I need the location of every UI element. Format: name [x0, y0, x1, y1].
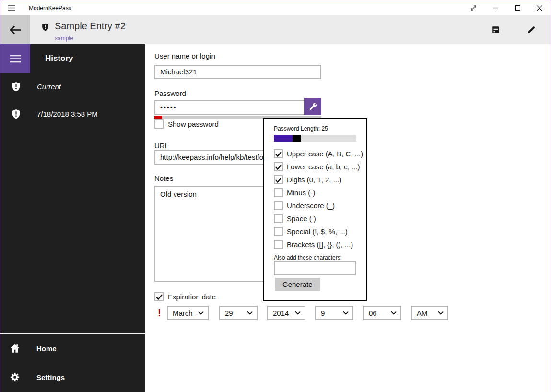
- chevron-down-icon: [438, 311, 444, 315]
- gear-icon: [10, 372, 20, 382]
- history-item-current[interactable]: Current: [0, 73, 145, 100]
- checkbox[interactable]: [274, 162, 283, 171]
- password-generator-flyout: Password Length: 25 Upper case (A, B, C,…: [263, 118, 367, 301]
- sidebar-hamburger-button[interactable]: [0, 44, 30, 73]
- ampm-dropdown[interactable]: AM: [411, 306, 448, 320]
- month-dropdown[interactable]: March: [167, 306, 209, 320]
- password-input[interactable]: •••••: [154, 100, 321, 115]
- maximize-button[interactable]: [506, 0, 528, 15]
- sidebar-item-label: Home: [36, 344, 57, 353]
- option-underscore[interactable]: Underscore (_): [274, 201, 335, 210]
- password-length-label: Password Length: 25: [274, 125, 328, 132]
- window-title: ModernKeePass: [29, 5, 71, 12]
- home-icon: [10, 343, 20, 354]
- sidebar-item-label: Settings: [36, 373, 65, 381]
- entry-group-link[interactable]: sample: [55, 35, 126, 42]
- resize-diagonal-icon: [470, 4, 477, 12]
- show-password-row: Show password: [154, 119, 219, 129]
- checkbox[interactable]: [274, 149, 283, 158]
- pencil-icon: [527, 25, 536, 34]
- url-label: URL: [154, 142, 169, 150]
- username-input[interactable]: Michael321: [154, 65, 321, 79]
- option-label: Minus (-): [287, 189, 315, 197]
- save-icon: [492, 25, 500, 34]
- hour-dropdown[interactable]: 9: [315, 306, 353, 320]
- checkbox[interactable]: [274, 188, 283, 197]
- option-special[interactable]: Special (!, $, %, ...): [274, 227, 348, 236]
- month-value: March: [173, 309, 195, 317]
- expiration-label: Expiration date: [168, 293, 216, 301]
- option-label: Digits (0, 1, 2, ...): [287, 176, 341, 184]
- sidebar-footer: Home Settings: [0, 333, 145, 392]
- password-length-slider[interactable]: [274, 135, 356, 142]
- expiration-checkbox[interactable]: [154, 292, 164, 301]
- sidebar-item-settings[interactable]: Settings: [0, 363, 145, 392]
- checkbox[interactable]: [274, 175, 283, 184]
- checkbox[interactable]: [274, 214, 283, 223]
- checkbox[interactable]: [274, 227, 283, 236]
- entry-header: Sample Entry #2 sample: [0, 15, 551, 44]
- generate-password-button[interactable]: [304, 98, 321, 115]
- password-label: Password: [154, 89, 186, 97]
- also-add-label: Also add these characters:: [274, 254, 342, 261]
- checkmark-icon: [156, 294, 163, 300]
- history-item-label: Current: [37, 83, 61, 91]
- option-digits[interactable]: Digits (0, 1, 2, ...): [274, 175, 341, 184]
- option-label: Space ( ): [287, 214, 316, 223]
- option-label: Special (!, $, %, ...): [287, 227, 348, 236]
- save-button[interactable]: [484, 15, 507, 44]
- history-sidebar: History Current 7/18/2018 3:58 PM: [0, 44, 145, 392]
- option-brackets[interactable]: Brackets ([], {}, (), ...): [274, 240, 353, 249]
- notes-label: Notes: [154, 174, 173, 182]
- expired-warning-icon: !: [158, 306, 164, 320]
- edit-button[interactable]: [520, 15, 543, 44]
- sidebar-item-home[interactable]: Home: [0, 334, 145, 363]
- also-add-input[interactable]: [274, 261, 356, 275]
- chevron-down-icon: [343, 311, 349, 315]
- sidebar-heading: History: [45, 54, 73, 63]
- option-label: Underscore (_): [287, 202, 335, 210]
- username-label: User name or login: [154, 52, 215, 60]
- close-icon: [537, 5, 542, 11]
- generate-button[interactable]: Generate: [275, 278, 320, 291]
- titlebar-hamburger-button[interactable]: [0, 0, 23, 15]
- option-lower-case[interactable]: Lower case (a, b, c, ...): [274, 162, 360, 171]
- day-value: 29: [225, 309, 244, 317]
- option-minus[interactable]: Minus (-): [274, 188, 315, 197]
- shield-icon: [11, 109, 21, 119]
- chevron-down-icon: [198, 311, 204, 315]
- checkmark-icon: [275, 177, 282, 183]
- hamburger-icon: [8, 5, 15, 11]
- slider-thumb[interactable]: [293, 135, 301, 142]
- minute-value: 06: [369, 309, 388, 317]
- checkmark-icon: [275, 164, 282, 170]
- option-label: Upper case (A, B, C, ...): [287, 150, 363, 158]
- checkbox[interactable]: [274, 240, 283, 249]
- minimize-icon: [493, 5, 498, 11]
- option-label: Lower case (a, b, c, ...): [287, 163, 360, 171]
- fullscreen-button[interactable]: [462, 0, 484, 15]
- ampm-value: AM: [417, 309, 435, 317]
- expiration-row: Expiration date: [154, 292, 216, 301]
- checkbox[interactable]: [274, 201, 283, 210]
- history-item-dated[interactable]: 7/18/2018 3:58 PM: [0, 100, 145, 128]
- chevron-down-icon: [247, 311, 253, 315]
- entry-title: Sample Entry #2: [55, 20, 126, 32]
- option-space[interactable]: Space ( ): [274, 214, 316, 223]
- back-button[interactable]: [0, 15, 30, 44]
- year-dropdown[interactable]: 2014: [267, 306, 305, 320]
- slider-fill: [274, 135, 293, 142]
- titlebar: ModernKeePass: [0, 0, 551, 15]
- chevron-down-icon: [295, 311, 301, 315]
- close-button[interactable]: [528, 0, 551, 15]
- minute-dropdown[interactable]: 06: [363, 306, 401, 320]
- show-password-checkbox[interactable]: [154, 119, 164, 129]
- entry-form: User name or login Michael321 Password •…: [145, 44, 551, 392]
- shield-icon: [11, 82, 21, 92]
- back-arrow-icon: [10, 25, 21, 35]
- option-upper-case[interactable]: Upper case (A, B, C, ...): [274, 149, 363, 158]
- day-dropdown[interactable]: 29: [219, 306, 258, 320]
- option-label: Brackets ([], {}, (), ...): [287, 240, 353, 249]
- app-window: ModernKeePass Sample Entry #2 sample: [0, 0, 551, 392]
- minimize-button[interactable]: [484, 0, 506, 15]
